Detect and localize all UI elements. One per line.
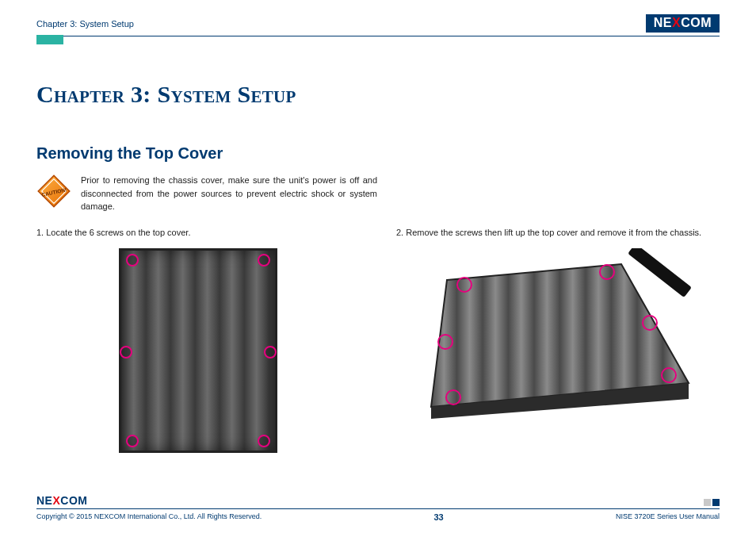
breadcrumb: Chapter 3: System Setup	[36, 19, 134, 29]
caution-text: Prior to removing the chassis cover, mak…	[81, 174, 377, 213]
chapter-title: Chapter 3: System Setup	[36, 81, 720, 108]
screw-marker	[258, 435, 270, 447]
columns: 1. Locate the 6 screws on the top cover.…	[36, 228, 720, 453]
section-tab-marker	[36, 35, 63, 44]
brand-logo: NEXCOM	[646, 14, 720, 33]
square-icon	[712, 499, 720, 506]
footer-line: Copyright © 2015 NEXCOM International Co…	[36, 508, 720, 522]
brand-pre: NE	[654, 16, 672, 29]
page-root: Chapter 3: System Setup NEXCOM Chapter 3…	[0, 0, 756, 533]
screw-marker	[264, 346, 277, 359]
footer-brand-post: COM	[60, 494, 87, 507]
footer-brand-pre: NE	[36, 494, 52, 507]
screw-marker	[258, 254, 270, 266]
footer-doc-title: NISE 3720E Series User Manual	[616, 512, 720, 522]
step-1-text: 1. Locate the 6 screws on the top cover.	[36, 228, 360, 237]
device-perspective-view	[415, 248, 701, 423]
page-number: 33	[433, 512, 443, 522]
brand-x: X	[672, 16, 681, 29]
page-footer: NEXCOM Copyright © 2015 NEXCOM Internati…	[36, 494, 720, 522]
svg-rect-10	[628, 248, 692, 297]
device-top-view	[119, 248, 277, 453]
caution-icon: CAUTION!	[36, 174, 71, 209]
footer-corner-squares	[704, 499, 720, 506]
figure-1	[36, 248, 360, 453]
footer-brand: NEXCOM	[36, 494, 720, 507]
caution-block: CAUTION! Prior to removing the chassis c…	[36, 174, 377, 213]
screw-marker	[126, 435, 139, 447]
page-header: Chapter 3: System Setup NEXCOM	[36, 14, 720, 36]
step-2-text: 2. Remove the screws then lift up the to…	[396, 228, 720, 237]
screw-marker	[126, 254, 139, 266]
screw-marker	[120, 346, 132, 359]
footer-brand-x: X	[52, 494, 60, 507]
figure-2	[396, 248, 720, 423]
square-icon	[704, 499, 711, 506]
svg-marker-2	[431, 264, 689, 407]
column-left: 1. Locate the 6 screws on the top cover.	[36, 228, 360, 453]
section-title: Removing the Top Cover	[36, 144, 720, 163]
footer-copyright: Copyright © 2015 NEXCOM International Co…	[36, 512, 262, 522]
column-right: 2. Remove the screws then lift up the to…	[396, 228, 720, 453]
brand-post: COM	[681, 16, 712, 29]
